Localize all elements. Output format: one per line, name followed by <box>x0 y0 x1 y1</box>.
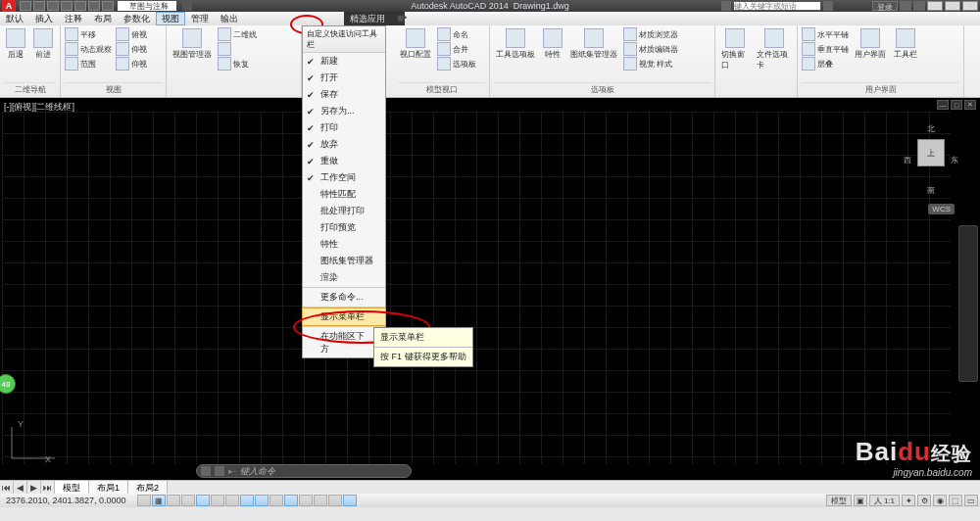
toggle-11[interactable] <box>284 495 298 506</box>
login-button[interactable]: 登录 <box>872 1 898 11</box>
viewcube-east[interactable]: 东 <box>951 155 958 166</box>
properties-button[interactable]: 特性 <box>541 27 564 61</box>
drawing-area[interactable]: [-][俯视][二维线框] — □ ✕ 北 南 西 东 上 WCS 48 YX … <box>0 98 980 480</box>
qat-print-icon[interactable] <box>74 1 86 11</box>
toggle-6[interactable] <box>211 495 224 506</box>
dropdown-item-11[interactable]: 特性 <box>303 236 385 253</box>
file-tabs-button[interactable]: 文件选项卡 <box>755 27 793 71</box>
dropdown-item-6[interactable]: ✔重做 <box>303 153 385 169</box>
menu-insert[interactable]: 插入 <box>29 12 59 25</box>
navigation-bar[interactable] <box>958 225 978 382</box>
toggle-10[interactable] <box>270 495 283 506</box>
menu-layout[interactable]: 布局 <box>88 12 118 25</box>
tile-v-button[interactable]: 垂直平铺 <box>802 42 849 56</box>
dropdown-item-10[interactable]: 打印预览 <box>303 219 385 236</box>
qat-undo-icon[interactable] <box>88 1 100 11</box>
nav-back-button[interactable] <box>218 42 257 56</box>
menu-parametric[interactable]: 参数化 <box>118 12 156 25</box>
dropdown-item-5[interactable]: ✔放弃 <box>303 136 385 153</box>
dropdown-item-8[interactable]: 特性匹配 <box>303 186 385 203</box>
toggle-grid[interactable]: ▦ <box>152 495 166 506</box>
hw-icon[interactable]: ◉ <box>933 495 947 506</box>
menu-annotate[interactable]: 注释 <box>59 12 88 25</box>
dropdown-item-3[interactable]: ✔另存为... <box>303 103 385 119</box>
qat-saveas-icon[interactable] <box>61 1 73 11</box>
dropdown-item-0[interactable]: ✔新建 <box>303 53 385 70</box>
dropdown-item-2[interactable]: ✔保存 <box>303 86 385 103</box>
viewcube[interactable]: 北 南 西 东 上 <box>904 123 958 196</box>
anno-icon[interactable]: ▣ <box>854 495 867 506</box>
menu-default[interactable]: 默认 <box>0 12 29 25</box>
search-go-icon[interactable] <box>823 1 833 11</box>
toolbar-button[interactable]: 工具栏 <box>892 27 919 61</box>
dropdown-item-12[interactable]: 图纸集管理器 <box>303 253 385 269</box>
dropdown-item-13[interactable]: 渲染 <box>303 269 385 286</box>
bottom-view-button[interactable]: 仰视 <box>116 42 147 56</box>
tab-last[interactable]: ⏭ <box>41 481 55 494</box>
palette-button[interactable]: 选项板 <box>437 57 476 71</box>
toggle-3[interactable] <box>167 495 180 506</box>
toggle-1[interactable] <box>137 495 151 506</box>
forward-button[interactable]: 前进 <box>31 27 55 61</box>
window-min[interactable]: — <box>927 1 943 11</box>
window-close[interactable]: ✕ <box>962 1 978 11</box>
menu-output[interactable]: 输出 <box>215 12 244 25</box>
toggle-7[interactable] <box>225 495 239 506</box>
viewcube-north[interactable]: 北 <box>927 123 935 134</box>
dropdown-item-9[interactable]: 批处理打印 <box>303 203 385 219</box>
tab-prev[interactable]: ◀ <box>14 481 27 494</box>
wireframe-button[interactable]: 二维线 <box>218 27 257 41</box>
dropdown-item-4[interactable]: ✔打印 <box>303 119 385 136</box>
tool-palette-button[interactable]: 工具选项板 <box>494 27 537 61</box>
dropdown-item-1[interactable]: ✔打开 <box>303 70 385 86</box>
pan-button[interactable]: 平移 <box>65 27 112 41</box>
doc-max[interactable]: □ <box>951 100 962 110</box>
clean-icon[interactable]: ▭ <box>964 495 978 506</box>
doc-close[interactable]: ✕ <box>964 100 976 110</box>
viewcube-west[interactable]: 西 <box>904 155 911 166</box>
tab-model[interactable]: 模型 <box>55 481 89 494</box>
orbit-button[interactable]: 动态观察 <box>65 42 112 56</box>
qat-save-icon[interactable] <box>47 1 59 11</box>
top-view-button[interactable]: 俯视 <box>116 27 147 41</box>
tile-h-button[interactable]: 水平平铺 <box>802 27 849 41</box>
named-button[interactable]: 命名 <box>437 27 476 41</box>
app-logo[interactable]: A <box>2 0 16 12</box>
anno3-icon[interactable]: ⚙ <box>917 495 931 506</box>
dropdown-item-15[interactable]: 显示菜单栏 <box>302 308 386 326</box>
tab-layout2[interactable]: 布局2 <box>128 481 168 494</box>
toggle-9[interactable] <box>255 495 269 506</box>
visual-style-button[interactable]: 视觉 样式 <box>623 57 678 71</box>
workspace-combo[interactable]: 草图与注释 <box>118 1 176 11</box>
anno2-icon[interactable]: ✦ <box>902 495 915 506</box>
qat-redo-icon[interactable] <box>102 1 114 11</box>
sheetset-button[interactable]: 图纸集管理器 <box>568 27 619 61</box>
up-view-button[interactable]: 仰视 <box>116 57 147 71</box>
window-max[interactable]: □ <box>945 1 960 11</box>
command-line[interactable]: ▸- 键入命令 <box>196 464 412 478</box>
extent-button[interactable]: 范围 <box>65 57 112 71</box>
doc-min[interactable]: — <box>937 100 949 110</box>
iso-icon[interactable]: ⬚ <box>949 495 962 506</box>
switch-window-button[interactable]: 切换窗口 <box>719 27 751 71</box>
qat-new-icon[interactable] <box>20 1 31 11</box>
merge-button[interactable]: 合并 <box>437 42 476 56</box>
wcs-label[interactable]: WCS <box>928 204 955 214</box>
viewport-config-button[interactable]: 视口配置 <box>398 27 433 61</box>
menu-manage[interactable]: 管理 <box>185 12 215 25</box>
ui-button[interactable]: 用户界面 <box>853 27 888 61</box>
scale-button[interactable]: 人 1:1 <box>869 495 900 506</box>
menu-view[interactable]: 视图 <box>156 12 185 25</box>
viewcube-south[interactable]: 南 <box>927 185 935 196</box>
tab-layout1[interactable]: 布局1 <box>89 481 128 494</box>
search-input[interactable] <box>733 1 821 11</box>
exchange-icon[interactable] <box>900 1 911 11</box>
viewcube-top[interactable]: 上 <box>917 139 945 166</box>
toggle-12[interactable] <box>299 495 313 506</box>
help-icon[interactable] <box>913 1 925 11</box>
toggle-8[interactable] <box>240 495 254 506</box>
toggle-15[interactable] <box>343 495 357 506</box>
tab-first[interactable]: ⏮ <box>0 481 14 494</box>
cmd-grip-icon[interactable] <box>201 466 211 476</box>
view-manager-button[interactable]: 视图管理器 <box>171 27 214 61</box>
